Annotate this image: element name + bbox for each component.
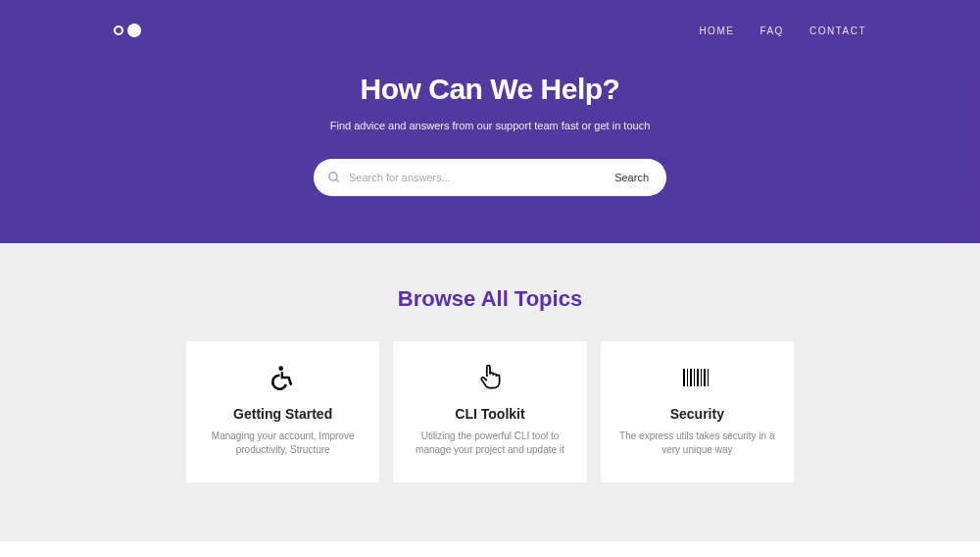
hero-section: HOME FAQ CONTACT How Can We Help? Find a… [0,0,980,243]
logo-circle-solid-icon [127,24,141,37]
svg-rect-6 [694,369,695,386]
hero-title: How Can We Help? [114,73,866,106]
topic-cards: Getting Started Managing your account, I… [186,341,794,482]
card-desc: Utilizing the powerful CLI tool to manag… [409,430,570,457]
topic-card-security[interactable]: Security The express utils takes securit… [601,341,794,482]
nav-link-contact[interactable]: CONTACT [809,25,866,36]
logo[interactable] [114,24,141,37]
search-button[interactable]: Search [601,164,662,191]
wheelchair-icon [202,363,364,392]
hero-subtitle: Find advice and answers from our support… [114,120,866,131]
svg-point-2 [278,366,283,371]
hero-content: How Can We Help? Find advice and answers… [114,73,866,196]
svg-rect-4 [687,369,688,386]
top-nav: HOME FAQ CONTACT [114,18,866,73]
card-title: Getting Started [202,406,364,422]
svg-point-0 [329,173,337,180]
search-bar: Search [314,159,666,196]
logo-circle-outline-icon [114,25,123,35]
nav-link-home[interactable]: HOME [699,25,734,36]
svg-rect-10 [708,369,709,386]
svg-line-1 [336,179,339,182]
topic-card-getting-started[interactable]: Getting Started Managing your account, I… [186,341,379,482]
featured-section: Featured Article [0,541,980,557]
svg-rect-7 [697,369,699,386]
search-icon [327,171,341,184]
topics-section: Browse All Topics Getting Started Managi… [0,243,980,541]
barcode-icon [616,363,778,392]
card-title: Security [616,406,778,422]
nav-link-faq[interactable]: FAQ [760,25,784,36]
pointer-hand-icon [409,363,570,392]
card-title: CLI Toolkit [409,406,570,422]
search-input[interactable] [349,172,593,183]
topic-card-cli-toolkit[interactable]: CLI Toolkit Utilizing the powerful CLI t… [393,341,586,482]
svg-rect-8 [701,369,702,386]
svg-rect-3 [683,369,685,386]
card-desc: The express utils takes security in a ve… [616,430,778,457]
card-desc: Managing your account, Improve productiv… [202,430,364,457]
nav-links: HOME FAQ CONTACT [699,25,866,36]
svg-rect-9 [704,369,706,386]
topics-heading: Browse All Topics [0,286,980,312]
svg-rect-5 [690,369,692,386]
